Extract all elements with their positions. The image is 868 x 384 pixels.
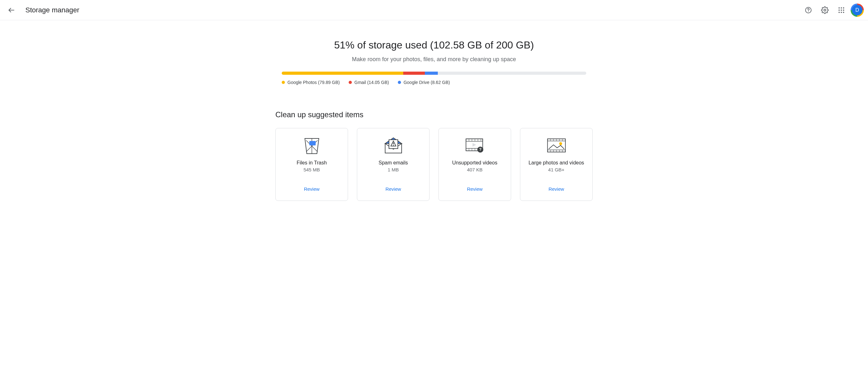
svg-point-3 xyxy=(824,9,826,11)
svg-point-8 xyxy=(841,9,842,11)
card-large: Large photos and videos 41 GB+ Review xyxy=(520,128,593,201)
card-trash: Files in Trash 545 MB Review xyxy=(275,128,348,201)
svg-point-6 xyxy=(843,7,844,8)
legend-dot-icon xyxy=(398,81,401,84)
page-title: Storage manager xyxy=(25,6,79,14)
back-button[interactable] xyxy=(5,4,18,16)
unsupported-video-icon: ? xyxy=(465,136,485,155)
legend-dot-icon xyxy=(349,81,352,84)
storage-bar xyxy=(282,72,586,75)
arrow-left-icon xyxy=(8,6,15,14)
card-size: 545 MB xyxy=(304,167,320,172)
svg-point-24 xyxy=(393,145,393,146)
app-header: Storage manager D xyxy=(0,0,868,20)
svg-point-12 xyxy=(843,12,844,13)
review-button-trash[interactable]: Review xyxy=(300,184,323,194)
card-size: 41 GB+ xyxy=(548,167,564,172)
help-button[interactable] xyxy=(802,4,815,16)
legend-item-photos: Google Photos (79.89 GB) xyxy=(282,80,340,85)
svg-point-2 xyxy=(808,11,809,12)
storage-subheading: Make room for your photos, files, and mo… xyxy=(275,56,593,63)
storage-segment-drive xyxy=(425,72,438,75)
legend-item-drive: Google Drive (8.62 GB) xyxy=(398,80,450,85)
review-button-large[interactable]: Review xyxy=(545,184,568,194)
card-size: 407 KB xyxy=(467,167,483,172)
card-spam: Spam emails 1 MB Review xyxy=(357,128,430,201)
svg-rect-18 xyxy=(309,141,316,145)
cleanup-cards: Files in Trash 545 MB Review Spam emails… xyxy=(275,128,593,201)
gear-icon xyxy=(821,6,829,14)
settings-button[interactable] xyxy=(818,4,831,16)
review-button-spam[interactable]: Review xyxy=(382,184,405,194)
svg-point-11 xyxy=(841,12,842,13)
spam-envelope-icon xyxy=(383,136,404,155)
legend-dot-icon xyxy=(282,81,285,84)
card-title: Files in Trash xyxy=(297,160,327,166)
svg-text:?: ? xyxy=(479,147,481,152)
legend-label: Google Photos (79.89 GB) xyxy=(287,80,340,85)
svg-point-9 xyxy=(843,9,844,11)
legend-item-gmail: Gmail (14.05 GB) xyxy=(349,80,389,85)
storage-segment-gmail xyxy=(403,72,425,75)
legend-label: Google Drive (8.62 GB) xyxy=(404,80,450,85)
storage-heading: 51% of storage used (102.58 GB of 200 GB… xyxy=(275,39,593,51)
card-size: 1 MB xyxy=(388,167,399,172)
card-unsupported: ? Unsupported videos 407 KB Review xyxy=(438,128,511,201)
storage-legend: Google Photos (79.89 GB)Gmail (14.05 GB)… xyxy=(282,80,586,85)
account-avatar[interactable]: D xyxy=(851,4,863,16)
card-title: Spam emails xyxy=(378,160,408,166)
review-button-unsupported[interactable]: Review xyxy=(463,184,486,194)
avatar-ring-icon xyxy=(850,3,864,17)
svg-point-54 xyxy=(559,142,562,145)
help-icon xyxy=(805,6,812,14)
apps-grid-icon xyxy=(838,7,844,13)
storage-segment-photos xyxy=(282,72,403,75)
trash-icon xyxy=(302,136,322,155)
large-media-icon xyxy=(546,136,567,155)
main-content: 51% of storage used (102.58 GB of 200 GB… xyxy=(269,20,599,214)
svg-point-4 xyxy=(838,7,840,8)
svg-point-5 xyxy=(841,7,842,8)
svg-point-7 xyxy=(838,9,840,11)
legend-label: Gmail (14.05 GB) xyxy=(354,80,389,85)
cleanup-section-title: Clean up suggested items xyxy=(275,110,593,119)
apps-button[interactable] xyxy=(835,4,848,16)
card-title: Unsupported videos xyxy=(452,160,497,166)
svg-point-10 xyxy=(838,12,840,13)
card-title: Large photos and videos xyxy=(529,160,584,166)
